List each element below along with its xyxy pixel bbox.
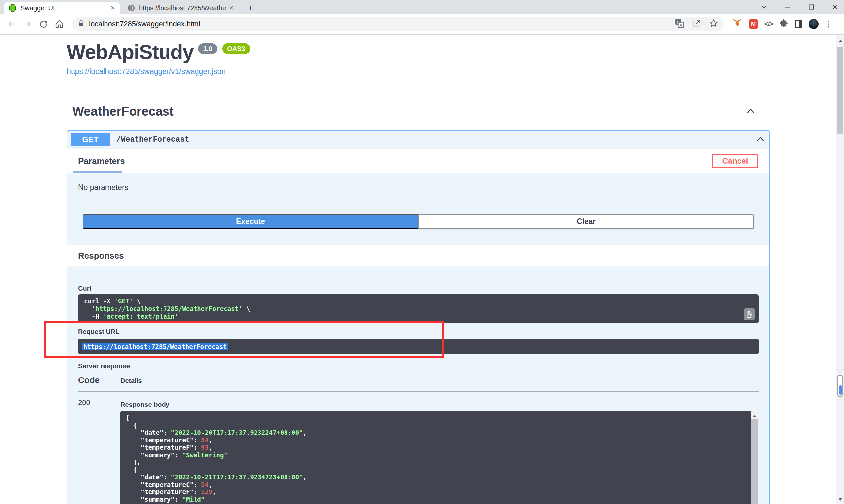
request-url-label: Request URL xyxy=(78,323,759,336)
page-scrollbar-down-icon[interactable] xyxy=(839,496,842,502)
weatherforecast-section-header[interactable]: WeatherForecast xyxy=(67,104,770,125)
response-body-block[interactable]: [ { "date": "2022-10-20T17:17:37.9232247… xyxy=(120,411,751,504)
sidepanel-icon[interactable] xyxy=(795,20,803,28)
page-scrollbar[interactable] xyxy=(836,35,844,504)
forward-icon[interactable] xyxy=(21,17,34,31)
section-title: WeatherForecast xyxy=(72,104,174,119)
scroll-indicator-thumb xyxy=(839,385,842,395)
tab-close-icon[interactable]: × xyxy=(227,4,236,12)
request-url-block[interactable]: https://localhost:7285/WeatherForecast xyxy=(78,339,759,354)
clear-button[interactable]: Clear xyxy=(418,214,754,229)
new-tab-button[interactable]: + xyxy=(245,2,256,13)
no-parameters-text: No parameters xyxy=(67,173,770,192)
gmail-extension-icon[interactable]: M xyxy=(749,19,758,29)
tab-title: https://localhost:7285/Weathe xyxy=(139,4,227,12)
share-icon[interactable] xyxy=(692,19,701,29)
details-column-header: Details xyxy=(120,377,142,385)
reload-icon[interactable] xyxy=(37,17,50,31)
window-minimize-icon[interactable] xyxy=(784,3,791,11)
tab-parameters[interactable]: Parameters xyxy=(78,156,125,166)
tab-separator xyxy=(241,5,241,11)
request-url-value: https://localhost:7285/WeatherForecast xyxy=(82,343,228,350)
translate-icon[interactable]: GA xyxy=(675,19,684,29)
svg-text:A: A xyxy=(680,23,683,27)
response-body-scrollbar[interactable] xyxy=(751,411,759,504)
window-close-icon[interactable] xyxy=(831,3,839,11)
swagger-favicon-icon: {··} xyxy=(8,4,16,12)
version-badge: 1.0 xyxy=(198,43,217,54)
browser-menu-icon[interactable]: ⋮ xyxy=(825,20,833,28)
scrollbar-thumb[interactable] xyxy=(751,419,758,504)
response-body-json: [ { "date": "2022-10-20T17:17:37.9232247… xyxy=(126,414,745,504)
endpoint-path: /WeatherForecast xyxy=(116,136,189,144)
curl-label: Curl xyxy=(78,266,759,292)
scroll-indicator-pill[interactable] xyxy=(837,375,843,397)
copy-to-clipboard-button[interactable] xyxy=(744,308,755,320)
get-method-button: GET xyxy=(71,133,110,146)
tab-swagger-ui[interactable]: {··} Swagger UI × xyxy=(4,2,120,14)
tab-title: Swagger UI xyxy=(20,4,109,12)
globe-icon xyxy=(127,4,135,12)
status-code: 200 xyxy=(78,398,120,504)
swagger-json-link[interactable]: https://localhost:7285/swagger/v1/swagge… xyxy=(67,67,770,76)
address-bar[interactable]: localhost:7285/swagger/index.html GA xyxy=(72,17,724,31)
svg-text:{··}: {··} xyxy=(8,6,16,10)
response-row-200: 200 Response body [ { "date": "2022-10-2… xyxy=(78,398,759,504)
browser-toolbar: localhost:7285/swagger/index.html GA M <… xyxy=(0,14,844,35)
cancel-button[interactable]: Cancel xyxy=(712,154,758,168)
bookmark-star-icon[interactable] xyxy=(709,19,718,29)
table-divider xyxy=(78,391,759,392)
page-scrollbar-thumb[interactable] xyxy=(837,47,843,134)
lock-icon[interactable] xyxy=(78,20,84,28)
window-dropdown-icon[interactable] xyxy=(760,3,768,11)
extensions-puzzle-icon[interactable] xyxy=(779,19,788,29)
response-body-label: Response body xyxy=(120,401,759,409)
window-maximize-icon[interactable] xyxy=(808,3,815,11)
tab-weatherforecast[interactable]: https://localhost:7285/Weathe × xyxy=(123,2,239,14)
curl-command-text: curl -X 'GET' \ 'https://localhost:7285/… xyxy=(84,298,753,320)
get-weatherforecast-opblock: GET /WeatherForecast Parameters Cancel N… xyxy=(67,130,770,504)
server-response-label: Server response xyxy=(78,354,759,370)
opblock-collapse-chevron-icon[interactable] xyxy=(756,136,765,144)
tab-close-icon[interactable]: × xyxy=(109,4,117,12)
browser-tab-bar: {··} Swagger UI × https://localhost:7285… xyxy=(0,0,844,14)
code-column-header: Code xyxy=(78,375,120,385)
parameters-tab-row: Parameters Cancel xyxy=(67,149,770,173)
page-title: WebApiStudy xyxy=(67,42,193,62)
profile-avatar[interactable] xyxy=(809,19,819,29)
section-collapse-chevron-icon[interactable] xyxy=(746,107,756,116)
responses-heading: Responses xyxy=(78,251,124,261)
oas3-badge: OAS3 xyxy=(222,43,250,54)
home-icon[interactable] xyxy=(53,17,66,31)
swagger-page: WebApiStudy 1.0 OAS3 https://localhost:7… xyxy=(0,35,836,504)
metamask-icon[interactable] xyxy=(732,18,742,30)
execute-button[interactable]: Execute xyxy=(83,214,418,229)
url-text[interactable]: localhost:7285/swagger/index.html xyxy=(89,20,675,28)
curl-command-block[interactable]: curl -X 'GET' \ 'https://localhost:7285/… xyxy=(78,294,759,323)
opblock-summary[interactable]: GET /WeatherForecast xyxy=(67,131,770,149)
code-extension-icon[interactable]: </> xyxy=(764,20,773,28)
back-icon[interactable] xyxy=(5,17,18,31)
scrollbar-up-arrow-icon[interactable] xyxy=(753,413,757,419)
page-scrollbar-up-icon[interactable] xyxy=(839,38,842,43)
parameters-tab-underline xyxy=(73,171,122,173)
